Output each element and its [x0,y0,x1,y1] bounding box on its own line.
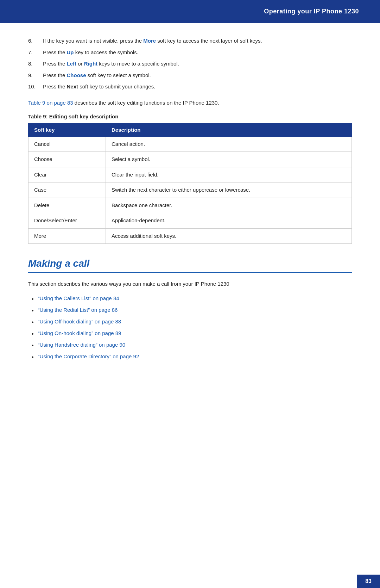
soft-key-table: Soft key Description Cancel Cancel actio… [28,123,352,244]
table-header: Soft key Description [28,123,352,136]
list-item: “Using the Callers List” on page 84 [32,295,352,303]
description-cell: Switch the next character to either uppe… [106,182,352,198]
redial-list-link[interactable]: “Using the Redial List” on page 86 [38,306,118,314]
table-row: More Access additional soft keys. [28,228,352,244]
table-intro-rest: describes the soft key editing functions… [73,100,219,106]
making-a-call-links: “Using the Callers List” on page 84 “Usi… [32,295,352,361]
table-ref-link[interactable]: Table 9 on page 83 [28,100,73,106]
table-row: Clear Clear the input field. [28,167,352,182]
table-row: Done/Select/Enter Application-dependent. [28,213,352,229]
table-row: Case Switch the next character to either… [28,182,352,198]
callers-list-link[interactable]: “Using the Callers List” on page 84 [38,295,119,303]
handsfree-dialing-link[interactable]: “Using Handsfree dialing” on page 90 [38,341,126,349]
header-model: 1230 [344,8,359,15]
table-header-row: Soft key Description [28,123,352,136]
description-cell: Cancel action. [106,136,352,152]
soft-key-cell: Choose [28,152,106,167]
table-body: Cancel Cancel action. Choose Select a sy… [28,136,352,244]
list-item: “Using Handsfree dialing” on page 90 [32,341,352,350]
main-content: 6. If the key you want is not visible, p… [0,23,380,392]
more-highlight: More [143,38,156,44]
soft-key-cell: Case [28,182,106,198]
description-cell: Access additional soft keys. [106,228,352,244]
list-item: “Using Off-hook dialing” on page 88 [32,318,352,327]
next-highlight: Next [67,83,78,89]
on-hook-dialing-link[interactable]: “Using On-hook dialing” on page 89 [38,329,121,338]
table-row: Choose Select a symbol. [28,152,352,167]
soft-key-cell: Clear [28,167,106,182]
list-item-6: 6. If the key you want is not visible, p… [28,37,352,45]
col-header-description: Description [106,123,352,136]
list-item: “Using the Redial List” on page 86 [32,306,352,315]
description-cell: Application-dependent. [106,213,352,229]
list-item: “Using On-hook dialing” on page 89 [32,329,352,338]
corporate-directory-link[interactable]: “Using the Corporate Directory” on page … [38,353,139,361]
table-row: Cancel Cancel action. [28,136,352,152]
header-prefix: Operating your IP Phone [264,8,344,15]
section-title-making-a-call: Making a call [28,258,352,273]
list-item-7: 7. Press the Up key to access the symbol… [28,49,352,57]
off-hook-dialing-link[interactable]: “Using Off-hook dialing” on page 88 [38,318,121,326]
right-highlight: Right [84,61,97,67]
list-item: “Using the Corporate Directory” on page … [32,353,352,361]
footer-page-number: 83 [357,575,380,588]
soft-key-cell: Done/Select/Enter [28,213,106,229]
list-item-8: 8. Press the Left or Right keys to move … [28,60,352,68]
table-intro-paragraph: Table 9 on page 83 describes the soft ke… [28,99,352,107]
left-highlight: Left [67,61,77,67]
description-cell: Clear the input field. [106,167,352,182]
numbered-list: 6. If the key you want is not visible, p… [28,37,352,91]
header-bar: Operating your IP Phone 1230 [0,0,380,23]
choose-highlight: Choose [67,72,86,78]
description-cell: Backspace one character. [106,198,352,213]
soft-key-cell: Delete [28,198,106,213]
list-item-9: 9. Press the Choose soft key to select a… [28,72,352,80]
table-caption: Table 9: Editing soft key description [28,113,352,119]
description-cell: Select a symbol. [106,152,352,167]
col-header-soft-key: Soft key [28,123,106,136]
header-text: Operating your IP Phone 1230 [264,8,359,15]
table-row: Delete Backspace one character. [28,198,352,213]
up-highlight: Up [67,49,74,55]
soft-key-cell: More [28,228,106,244]
soft-key-cell: Cancel [28,136,106,152]
list-item-10: 10. Press the Next soft key to submit yo… [28,83,352,91]
section-intro-text: This section describes the various ways … [28,280,352,288]
